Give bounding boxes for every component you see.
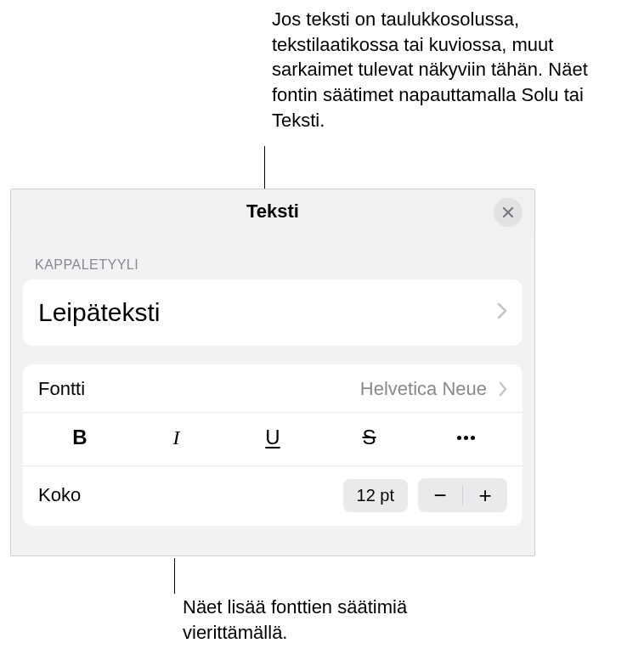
paragraph-style-name: Leipäteksti bbox=[38, 298, 160, 327]
paragraph-style-row[interactable]: Leipäteksti bbox=[23, 279, 523, 346]
font-value-container: Helvetica Neue bbox=[360, 378, 507, 400]
format-row: B I U S bbox=[23, 412, 523, 466]
annotation-bottom: Näet lisää fonttien säätimiä vierittämäl… bbox=[183, 595, 506, 645]
font-value: Helvetica Neue bbox=[360, 378, 487, 400]
section-label-paragraph-style: KAPPALETYYLI bbox=[11, 234, 534, 274]
size-increase-button[interactable]: + bbox=[463, 478, 507, 512]
size-stepper: − + bbox=[418, 478, 507, 512]
font-card: Fontti Helvetica Neue B I U S Koko 12 pt bbox=[23, 364, 523, 526]
font-row[interactable]: Fontti Helvetica Neue bbox=[23, 364, 523, 412]
close-icon bbox=[502, 206, 514, 218]
italic-button[interactable]: I bbox=[128, 421, 225, 454]
annotation-top: Jos teksti on taulukkosolussa, tekstilaa… bbox=[272, 7, 629, 133]
font-label: Fontti bbox=[38, 378, 85, 400]
more-formatting-button[interactable] bbox=[417, 421, 514, 454]
strikethrough-button[interactable]: S bbox=[321, 421, 418, 454]
close-button[interactable] bbox=[494, 198, 523, 227]
size-value[interactable]: 12 pt bbox=[343, 479, 408, 512]
more-icon bbox=[457, 436, 475, 440]
size-label: Koko bbox=[38, 484, 81, 506]
underline-button[interactable]: U bbox=[224, 421, 321, 454]
size-decrease-button[interactable]: − bbox=[418, 478, 462, 512]
text-panel: Teksti KAPPALETYYLI Leipäteksti Fontti H… bbox=[10, 189, 535, 556]
chevron-right-icon bbox=[499, 381, 507, 397]
paragraph-style-card: Leipäteksti bbox=[23, 279, 523, 346]
chevron-right-icon bbox=[497, 302, 507, 323]
size-row: Koko 12 pt − + bbox=[23, 466, 523, 526]
bold-button[interactable]: B bbox=[31, 421, 128, 454]
callout-line-top bbox=[264, 146, 265, 189]
panel-title: Teksti bbox=[246, 200, 299, 223]
panel-header: Teksti bbox=[11, 189, 534, 234]
size-controls: 12 pt − + bbox=[343, 478, 507, 512]
callout-line-bottom bbox=[174, 558, 175, 594]
